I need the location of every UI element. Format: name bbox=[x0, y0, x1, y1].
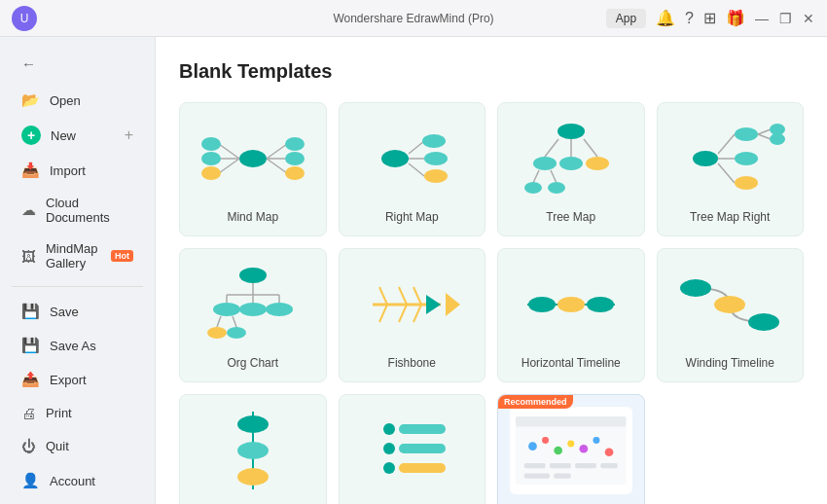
sidebar-item-quit[interactable]: ⏻ Quit bbox=[6, 430, 149, 462]
sidebar-item-print[interactable]: 🖨 Print bbox=[6, 397, 149, 429]
svg-point-72 bbox=[237, 415, 269, 433]
svg-line-60 bbox=[414, 287, 421, 305]
svg-point-69 bbox=[714, 296, 745, 313]
hot-badge: Hot bbox=[111, 250, 133, 262]
content-area: Blank Templates bbox=[156, 37, 827, 504]
svg-point-25 bbox=[559, 157, 583, 170]
svg-point-37 bbox=[735, 176, 758, 190]
sidebar-item-gallery[interactable]: 🖼 MindMap Gallery Hot bbox=[6, 234, 149, 278]
tree-map-right-preview bbox=[669, 115, 792, 202]
template-right-map[interactable]: Right Map bbox=[339, 102, 486, 236]
svg-line-23 bbox=[584, 139, 597, 157]
template-tree-map[interactable]: Tree Map bbox=[497, 102, 645, 236]
print-icon: 🖨 bbox=[21, 405, 36, 421]
sidebar-item-export[interactable]: 📤 Export bbox=[6, 363, 149, 396]
fishbone-preview bbox=[351, 261, 474, 348]
svg-point-10 bbox=[285, 152, 305, 165]
sidebar-item-new[interactable]: + New + bbox=[6, 118, 149, 153]
sidebar-item-open[interactable]: 📂 Open bbox=[6, 84, 149, 117]
svg-line-11 bbox=[267, 159, 287, 173]
tree-map-name: Tree Map bbox=[546, 210, 595, 224]
app-button[interactable]: App bbox=[606, 9, 646, 28]
svg-point-30 bbox=[548, 182, 565, 194]
new-plus-icon: + bbox=[125, 126, 133, 144]
svg-point-12 bbox=[285, 166, 305, 180]
recommended-badge: Recommended bbox=[498, 395, 573, 409]
template-edrawmax[interactable]: Recommended bbox=[497, 394, 645, 504]
sidebar-item-import[interactable]: 📥 Import bbox=[6, 154, 149, 187]
svg-point-75 bbox=[383, 423, 395, 435]
svg-point-87 bbox=[579, 445, 588, 453]
svg-line-21 bbox=[545, 139, 558, 157]
svg-rect-93 bbox=[600, 463, 617, 468]
right-map-name: Right Map bbox=[385, 210, 439, 224]
sidebar-item-account[interactable]: 👤 Account bbox=[6, 464, 149, 497]
titlebar: U Wondershare EdrawMind (Pro) App 🔔 ? ⊞ … bbox=[0, 0, 827, 37]
export-label: Export bbox=[50, 373, 87, 387]
template-w-timeline[interactable]: Winding Timeline bbox=[657, 248, 805, 382]
back-button[interactable]: ← bbox=[6, 48, 149, 80]
svg-line-18 bbox=[409, 163, 424, 176]
save-label: Save bbox=[50, 305, 79, 319]
svg-line-63 bbox=[414, 305, 421, 322]
svg-point-86 bbox=[567, 441, 574, 448]
svg-marker-56 bbox=[426, 295, 441, 314]
svg-rect-76 bbox=[399, 424, 446, 434]
svg-point-50 bbox=[266, 303, 293, 316]
svg-line-51 bbox=[217, 316, 221, 327]
template-v-timeline[interactable]: Vertical Timeline bbox=[179, 394, 327, 504]
org-chart-name: Org Chart bbox=[227, 356, 278, 370]
template-outliner[interactable]: Outliner bbox=[339, 394, 486, 504]
svg-point-35 bbox=[735, 127, 758, 141]
template-tree-map-right[interactable]: Tree Map Right bbox=[657, 102, 805, 236]
import-icon: 📥 bbox=[21, 162, 40, 179]
svg-rect-92 bbox=[575, 463, 596, 468]
template-org-chart[interactable]: Org Chart bbox=[179, 248, 327, 382]
svg-line-27 bbox=[533, 170, 539, 183]
maximize-button[interactable]: ❐ bbox=[778, 12, 792, 25]
svg-rect-78 bbox=[399, 444, 446, 453]
gallery-icon: 🖼 bbox=[21, 248, 36, 265]
export-icon: 📤 bbox=[21, 371, 40, 388]
bell-icon[interactable]: 🔔 bbox=[656, 9, 675, 27]
titlebar-controls: App 🔔 ? ⊞ 🎁 — ❐ ✕ bbox=[606, 9, 815, 28]
titlebar-left: U bbox=[12, 6, 37, 31]
template-fishbone[interactable]: Fishbone bbox=[339, 248, 486, 382]
v-timeline-preview bbox=[192, 407, 314, 494]
new-label: New bbox=[51, 128, 76, 143]
svg-point-20 bbox=[557, 124, 585, 139]
minimize-button[interactable]: — bbox=[755, 12, 769, 25]
quit-label: Quit bbox=[46, 439, 69, 453]
svg-point-6 bbox=[201, 166, 221, 180]
new-dot-icon: + bbox=[21, 126, 41, 145]
svg-line-58 bbox=[379, 287, 387, 305]
org-chart-preview bbox=[192, 261, 314, 348]
sidebar-bottom: 👤 Account ⚙ Options bbox=[0, 463, 155, 504]
sidebar-item-options[interactable]: ⚙ Options bbox=[6, 498, 149, 504]
template-h-timeline[interactable]: Horizontal Timeline bbox=[497, 248, 645, 382]
svg-point-48 bbox=[213, 303, 240, 316]
svg-line-7 bbox=[267, 144, 287, 159]
sidebar-item-save-as[interactable]: 💾 Save As bbox=[6, 329, 149, 362]
gift-icon[interactable]: 🎁 bbox=[726, 9, 745, 27]
template-mind-map[interactable]: Mind Map bbox=[179, 102, 327, 236]
sidebar-item-cloud[interactable]: ☁ Cloud Documents bbox=[6, 188, 149, 233]
svg-rect-91 bbox=[550, 463, 571, 468]
apps-icon[interactable]: ⊞ bbox=[703, 9, 716, 27]
mind-map-preview bbox=[192, 115, 314, 202]
svg-rect-80 bbox=[399, 463, 446, 473]
h-timeline-name: Horizontal Timeline bbox=[521, 356, 621, 370]
close-button[interactable]: ✕ bbox=[802, 12, 815, 25]
open-icon: 📂 bbox=[21, 91, 40, 109]
svg-rect-94 bbox=[524, 474, 550, 479]
svg-point-66 bbox=[557, 297, 585, 312]
user-avatar[interactable]: U bbox=[12, 6, 37, 31]
svg-rect-90 bbox=[524, 463, 546, 468]
help-icon[interactable]: ? bbox=[685, 10, 694, 27]
sidebar-item-save[interactable]: 💾 Save bbox=[6, 295, 149, 328]
main-layout: ← 📂 Open + New + 📥 Import ☁ Cloud Docume… bbox=[0, 37, 827, 504]
svg-point-88 bbox=[593, 437, 599, 444]
svg-point-67 bbox=[587, 297, 614, 312]
svg-line-62 bbox=[399, 305, 407, 322]
account-icon: 👤 bbox=[21, 472, 40, 489]
